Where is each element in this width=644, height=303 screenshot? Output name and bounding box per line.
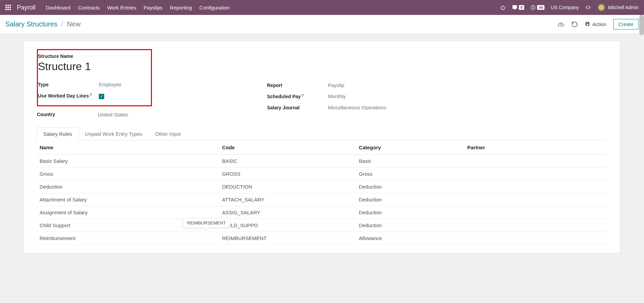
nav-configuration[interactable]: Configuration (199, 3, 230, 12)
scheduled-pay-value[interactable]: Monthly (328, 93, 346, 99)
report-label: Report (267, 83, 328, 88)
apps-icon[interactable] (5, 5, 11, 10)
control-panel: Salary Structures / New Action Create (0, 15, 644, 34)
table-row[interactable]: DeductionDEDUCTIONDeduction (37, 180, 607, 193)
report-value[interactable]: Payslip (328, 82, 344, 88)
form-sheet: Structure Name Structure 1 Type Employee… (24, 41, 620, 253)
scrollbar[interactable] (639, 15, 644, 35)
user-name: Mitchell Admin (608, 5, 639, 10)
tab-unpaid-work[interactable]: Unpaid Work Entry Types (79, 127, 149, 140)
table-row[interactable]: Attachment of SalaryATTACH_SALARYDeducti… (37, 193, 607, 206)
cloud-upload-icon[interactable] (558, 21, 564, 28)
activities-badge: 44 (537, 5, 545, 10)
salary-journal-value[interactable]: Miscellaneous Operations (328, 105, 386, 110)
country-label: Country (37, 112, 98, 117)
nav-contracts[interactable]: Contracts (77, 3, 100, 12)
help-icon[interactable]: ? (90, 93, 92, 97)
action-button[interactable]: Action (585, 21, 606, 27)
type-label: Type (38, 82, 99, 87)
table-row[interactable]: Assignment of SalaryASSIG_SALARYDeductio… (37, 206, 607, 219)
table-row[interactable]: Basic SalaryBASICBasic (37, 154, 607, 167)
activities-icon[interactable]: 44 (530, 5, 545, 10)
col-code[interactable]: Code (219, 140, 356, 155)
debug-icon[interactable] (585, 4, 591, 10)
help-icon[interactable]: ? (302, 93, 304, 98)
create-button[interactable]: Create (613, 19, 639, 29)
top-navbar: Payroll Dashboard Contracts Work Entries… (0, 0, 644, 15)
worked-day-checkbox[interactable]: ✓ (99, 94, 104, 99)
salary-rules-table: Name Code Category Partner Basic SalaryB… (37, 140, 607, 245)
voip-icon[interactable] (500, 4, 506, 10)
col-partner[interactable]: Partner (465, 140, 607, 155)
table-row[interactable]: ReimbursementREIMBURSEMENTAllowance (37, 232, 607, 244)
table-row[interactable]: Child SupportCHILD_SUPPODeduction (37, 219, 607, 232)
avatar-icon (597, 3, 605, 12)
breadcrumb: Salary Structures / New (5, 20, 81, 28)
breadcrumb-current: New (67, 20, 81, 28)
type-value[interactable]: Employee (99, 82, 121, 87)
discard-icon[interactable] (571, 21, 578, 28)
table-row[interactable]: GrossGROSSGross (37, 167, 607, 180)
tab-other-input[interactable]: Other Input (149, 127, 187, 140)
tooltip: REIMBURSEMENT (183, 218, 230, 228)
svg-point-0 (503, 6, 504, 7)
highlight-annotation: Structure Name Structure 1 Type Employee… (37, 49, 152, 106)
tabs: Salary Rules Unpaid Work Entry Types Oth… (37, 127, 607, 140)
nav-reporting[interactable]: Reporting (169, 3, 193, 12)
user-menu[interactable]: Mitchell Admin (597, 3, 639, 12)
structure-name-label: Structure Name (38, 53, 151, 59)
worked-day-label: Use Worked Day Lines? (38, 93, 99, 99)
country-value[interactable]: United States (98, 112, 128, 117)
structure-name-value[interactable]: Structure 1 (38, 60, 151, 73)
nav-work-entries[interactable]: Work Entries (107, 3, 137, 12)
nav-dashboard[interactable]: Dashboard (45, 3, 71, 12)
messages-badge: 8 (519, 5, 524, 10)
salary-journal-label: Salary Journal (267, 105, 328, 110)
scheduled-pay-label: Scheduled Pay? (267, 94, 328, 99)
company-selector[interactable]: US Company (551, 5, 579, 10)
nav-payslips[interactable]: Payslips (143, 3, 163, 12)
messages-icon[interactable]: 8 (512, 5, 524, 10)
col-category[interactable]: Category (356, 140, 465, 155)
tab-salary-rules[interactable]: Salary Rules (37, 127, 79, 140)
breadcrumb-parent[interactable]: Salary Structures (5, 20, 57, 28)
app-title[interactable]: Payroll (17, 4, 36, 11)
col-name[interactable]: Name (37, 140, 219, 155)
